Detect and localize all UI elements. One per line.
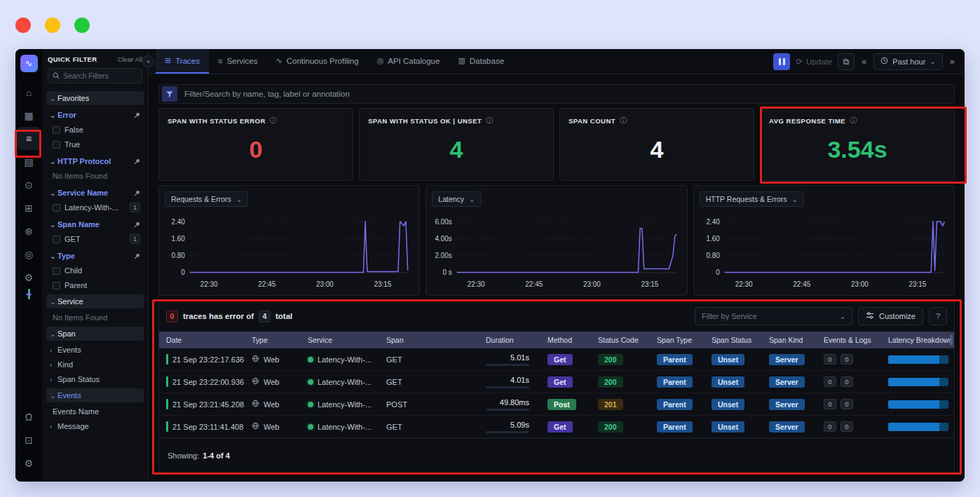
chart-metric-dropdown[interactable]: Requests & Errors ⌄ xyxy=(165,191,248,207)
quick-filter-item[interactable]: › Message xyxy=(46,419,144,433)
quick-filter-item[interactable]: ⌄ Span Name xyxy=(46,217,144,231)
quick-filter-item[interactable]: › Span Status xyxy=(46,372,144,386)
quick-filter-item[interactable]: Events Name xyxy=(46,404,144,418)
column-header[interactable]: Span xyxy=(379,336,479,344)
pause-button[interactable] xyxy=(773,53,790,70)
customize-button[interactable]: Customize xyxy=(858,307,923,325)
clear-all-button[interactable]: Clear All xyxy=(118,55,142,63)
integrations-sparkle-icon[interactable]: ✦ xyxy=(28,289,30,299)
chart-panel[interactable]: HTTP Requests & Errors ⌄ 2.401.600.80022… xyxy=(693,185,955,296)
trace-table-row[interactable]: 21 Sep 23:22:00.936 Web Latency-With-. xyxy=(159,371,954,393)
quick-filter-item[interactable]: No Items Found xyxy=(46,169,144,183)
search-filters-input[interactable] xyxy=(63,72,137,80)
nav-tab[interactable]: ⊞ Traces xyxy=(156,49,209,74)
minimize-button[interactable] xyxy=(45,18,60,33)
checkbox[interactable] xyxy=(53,204,60,212)
column-header[interactable]: Events & Logs xyxy=(817,336,881,344)
quick-filter-item[interactable]: ⌄ Service Name xyxy=(46,186,144,200)
chart-panel[interactable]: Latency ⌄ 6.00s4.00s2.00s0 s22:3022:4523… xyxy=(426,185,687,296)
trace-table-row[interactable]: 21 Sep 23:22:17.636 Web Latency-With-. xyxy=(159,348,954,371)
quick-filter-item[interactable]: Latency-With-... 1 xyxy=(46,200,144,215)
traces-clock-icon[interactable]: ⊙ xyxy=(17,173,41,196)
help-button[interactable]: ? xyxy=(929,307,947,325)
quick-filter-item[interactable]: GET 1 xyxy=(46,232,144,246)
chart-metric-dropdown[interactable]: HTTP Requests & Errors ⌄ xyxy=(700,191,804,207)
checkbox[interactable] xyxy=(53,282,60,290)
quick-filter-item[interactable]: Parent xyxy=(46,278,144,292)
filter-search-box[interactable] xyxy=(48,68,142,83)
info-icon[interactable]: ⓘ xyxy=(620,116,627,125)
pin-icon[interactable] xyxy=(134,190,140,196)
column-header[interactable]: Duration xyxy=(479,336,540,344)
nav-tab[interactable]: ◎ API Catalogue xyxy=(368,49,449,74)
filter-by-service-dropdown[interactable]: Filter by Service ⌄ xyxy=(695,307,852,325)
column-header[interactable]: Method xyxy=(540,336,591,344)
column-header[interactable]: Span Status xyxy=(705,336,762,344)
table-scrollbar[interactable] xyxy=(950,334,953,346)
span-status-badge: Unset xyxy=(712,376,744,388)
quick-filter-item[interactable]: ⌄ Favorites xyxy=(46,91,144,105)
trace-search-input[interactable] xyxy=(184,90,947,98)
quick-filter-item[interactable]: No Items Found xyxy=(46,311,144,325)
checkbox[interactable] xyxy=(53,126,60,134)
duration-bar-track xyxy=(486,409,529,411)
trace-table-row[interactable]: 21 Sep 23:21:45.208 Web Latency-With-. xyxy=(159,393,954,416)
quick-filter-item[interactable]: ⌄ HTTP Protocol xyxy=(46,154,144,168)
chart-metric-dropdown[interactable]: Latency ⌄ xyxy=(432,191,481,207)
checkbox[interactable] xyxy=(53,267,60,275)
close-button[interactable] xyxy=(15,18,31,33)
checkbox[interactable] xyxy=(53,236,60,243)
column-header[interactable]: Date xyxy=(159,336,245,344)
nav-tab[interactable]: ▥ Database xyxy=(449,49,513,74)
services-icon[interactable]: ▦ xyxy=(17,104,41,127)
nav-tab[interactable]: ≡ Services xyxy=(209,49,267,74)
quick-filter-item[interactable]: False xyxy=(46,123,144,137)
explore-icon[interactable]: ◎ xyxy=(17,243,41,266)
app-logo-icon[interactable]: ∿ xyxy=(20,55,38,72)
logs-list-icon[interactable]: ≡ xyxy=(17,127,41,150)
quick-filter-item[interactable]: True xyxy=(46,137,144,151)
time-forward-button[interactable]: » xyxy=(948,56,956,67)
time-range-selector[interactable]: Past hour ⌄ xyxy=(873,53,942,70)
quick-filter-item[interactable]: ⌄ Service xyxy=(46,294,144,308)
dashboards-icon[interactable]: ⊞ xyxy=(17,196,41,219)
info-icon[interactable]: ⓘ xyxy=(270,116,278,125)
column-header[interactable]: Type xyxy=(245,336,301,344)
deployments-icon[interactable]: ⊛ xyxy=(17,219,41,243)
trace-table-row[interactable]: 21 Sep 23:11:41.408 Web Latency-With-. xyxy=(159,416,954,438)
info-icon[interactable]: ⓘ xyxy=(486,116,494,125)
column-header[interactable]: Span Type xyxy=(650,336,705,344)
maximize-button[interactable] xyxy=(74,18,90,33)
info-icon[interactable]: ⓘ xyxy=(850,116,857,125)
quick-filter-item[interactable]: ⌄ Events xyxy=(46,388,144,402)
preferences-gear-icon[interactable]: ⚙ xyxy=(17,451,41,475)
copy-panel-button[interactable]: ⧉ xyxy=(838,53,855,70)
quick-filter-item[interactable]: › Kind xyxy=(46,358,144,372)
column-header[interactable]: Service xyxy=(301,336,379,344)
home-icon[interactable]: ⌂ xyxy=(17,81,41,104)
documents-icon[interactable]: ▤ xyxy=(17,150,41,173)
support-icon[interactable]: Ω xyxy=(17,405,41,428)
column-header[interactable]: Latency Breakdown xyxy=(881,336,954,344)
pin-icon[interactable] xyxy=(134,112,140,118)
filter-item-label: No Items Found xyxy=(53,313,107,322)
pin-icon[interactable] xyxy=(134,253,140,259)
pin-icon[interactable] xyxy=(134,158,140,165)
quick-filter-item[interactable]: Child xyxy=(46,264,144,278)
checkbox[interactable] xyxy=(53,141,60,149)
settings-gear-icon[interactable]: ⚙ xyxy=(17,266,41,289)
changelog-icon[interactable]: ⊡ xyxy=(17,428,41,451)
chart-panel[interactable]: Requests & Errors ⌄ 2.401.600.80022:3022… xyxy=(158,185,420,296)
column-header[interactable]: Span Kind xyxy=(762,336,817,344)
trace-filter-bar[interactable] xyxy=(158,84,955,104)
collapse-panel-button[interactable]: « xyxy=(142,55,154,67)
quick-filter-item[interactable]: ⌄ Type xyxy=(46,249,144,263)
column-header[interactable]: Status Code xyxy=(591,336,650,344)
time-back-button[interactable]: « xyxy=(860,56,868,67)
pin-icon[interactable] xyxy=(134,222,140,228)
nav-tab[interactable]: ∿ Continuous Profiling xyxy=(266,49,367,74)
quick-filter-item[interactable]: ⌄ Span xyxy=(46,327,144,341)
update-button[interactable]: ⟳ Update xyxy=(796,57,832,67)
quick-filter-item[interactable]: ⌄ Error xyxy=(46,108,144,122)
quick-filter-item[interactable]: › Events xyxy=(46,343,144,357)
